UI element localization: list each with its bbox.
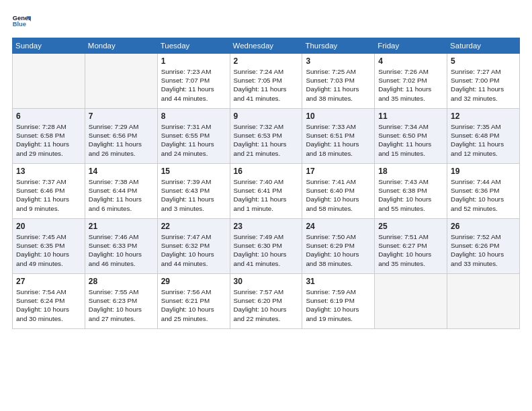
day-number: 30 <box>234 277 299 286</box>
day-info: Sunrise: 7:29 AMSunset: 6:56 PMDaylight:… <box>89 122 154 158</box>
day-number: 25 <box>378 222 443 231</box>
header-saturday: Saturday <box>447 38 520 54</box>
day-info: Sunrise: 7:26 AMSunset: 7:02 PMDaylight:… <box>378 67 443 103</box>
day-info: Sunrise: 7:35 AMSunset: 6:48 PMDaylight:… <box>451 122 516 158</box>
day-number: 9 <box>234 111 299 121</box>
week-row-5: 27Sunrise: 7:54 AMSunset: 6:24 PMDayligh… <box>13 274 520 329</box>
day-number: 10 <box>306 111 371 121</box>
day-info: Sunrise: 7:31 AMSunset: 6:55 PMDaylight:… <box>161 122 226 158</box>
header: General Blue <box>12 12 520 31</box>
calendar-cell: 23Sunrise: 7:49 AMSunset: 6:30 PMDayligh… <box>230 219 302 274</box>
week-row-4: 20Sunrise: 7:45 AMSunset: 6:35 PMDayligh… <box>13 219 520 274</box>
calendar-cell: 8Sunrise: 7:31 AMSunset: 6:55 PMDaylight… <box>157 109 230 164</box>
day-info: Sunrise: 7:33 AMSunset: 6:51 PMDaylight:… <box>306 122 371 158</box>
calendar-cell: 27Sunrise: 7:54 AMSunset: 6:24 PMDayligh… <box>13 274 85 329</box>
day-number: 26 <box>451 222 516 231</box>
day-number: 27 <box>16 277 81 286</box>
calendar-cell: 25Sunrise: 7:51 AMSunset: 6:27 PMDayligh… <box>375 219 447 274</box>
day-info: Sunrise: 7:41 AMSunset: 6:40 PMDaylight:… <box>306 177 371 213</box>
logo-icon: General Blue <box>12 12 31 31</box>
day-number: 7 <box>89 111 154 121</box>
calendar-cell: 19Sunrise: 7:44 AMSunset: 6:36 PMDayligh… <box>447 164 520 219</box>
calendar-cell: 3Sunrise: 7:25 AMSunset: 7:03 PMDaylight… <box>302 54 375 109</box>
day-number: 11 <box>378 111 443 121</box>
day-info: Sunrise: 7:39 AMSunset: 6:43 PMDaylight:… <box>161 177 226 213</box>
calendar-cell: 14Sunrise: 7:38 AMSunset: 6:44 PMDayligh… <box>85 164 157 219</box>
day-number: 24 <box>306 222 371 231</box>
day-number: 1 <box>161 56 226 66</box>
day-info: Sunrise: 7:55 AMSunset: 6:23 PMDaylight:… <box>89 287 154 323</box>
day-info: Sunrise: 7:24 AMSunset: 7:05 PMDaylight:… <box>234 67 299 103</box>
calendar-cell: 16Sunrise: 7:40 AMSunset: 6:41 PMDayligh… <box>230 164 302 219</box>
calendar-cell: 30Sunrise: 7:57 AMSunset: 6:20 PMDayligh… <box>230 274 302 329</box>
header-monday: Monday <box>85 38 157 54</box>
calendar-cell: 13Sunrise: 7:37 AMSunset: 6:46 PMDayligh… <box>13 164 85 219</box>
day-number: 4 <box>378 56 443 66</box>
day-info: Sunrise: 7:37 AMSunset: 6:46 PMDaylight:… <box>16 177 81 213</box>
day-number: 19 <box>451 167 516 176</box>
day-number: 2 <box>234 56 299 66</box>
day-info: Sunrise: 7:32 AMSunset: 6:53 PMDaylight:… <box>234 122 299 158</box>
week-row-2: 6Sunrise: 7:28 AMSunset: 6:58 PMDaylight… <box>13 109 520 164</box>
calendar-cell: 20Sunrise: 7:45 AMSunset: 6:35 PMDayligh… <box>13 219 85 274</box>
header-wednesday: Wednesday <box>230 38 302 54</box>
week-row-1: 1Sunrise: 7:23 AMSunset: 7:07 PMDaylight… <box>13 54 520 109</box>
day-number: 28 <box>89 277 154 286</box>
day-info: Sunrise: 7:40 AMSunset: 6:41 PMDaylight:… <box>234 177 299 213</box>
calendar-cell: 26Sunrise: 7:52 AMSunset: 6:26 PMDayligh… <box>447 219 520 274</box>
day-info: Sunrise: 7:57 AMSunset: 6:20 PMDaylight:… <box>234 287 299 323</box>
day-number: 14 <box>89 167 154 176</box>
calendar-cell: 10Sunrise: 7:33 AMSunset: 6:51 PMDayligh… <box>302 109 375 164</box>
calendar-cell: 5Sunrise: 7:27 AMSunset: 7:00 PMDaylight… <box>447 54 520 109</box>
calendar-cell: 12Sunrise: 7:35 AMSunset: 6:48 PMDayligh… <box>447 109 520 164</box>
day-number: 8 <box>161 111 226 121</box>
calendar-cell: 29Sunrise: 7:56 AMSunset: 6:21 PMDayligh… <box>157 274 230 329</box>
calendar-cell: 7Sunrise: 7:29 AMSunset: 6:56 PMDaylight… <box>85 109 157 164</box>
calendar-cell: 21Sunrise: 7:46 AMSunset: 6:33 PMDayligh… <box>85 219 157 274</box>
day-number: 21 <box>89 222 154 231</box>
calendar: SundayMondayTuesdayWednesdayThursdayFrid… <box>12 38 520 329</box>
calendar-cell: 24Sunrise: 7:50 AMSunset: 6:29 PMDayligh… <box>302 219 375 274</box>
calendar-cell <box>447 274 520 329</box>
calendar-cell <box>85 54 157 109</box>
calendar-cell: 31Sunrise: 7:59 AMSunset: 6:19 PMDayligh… <box>302 274 375 329</box>
day-number: 20 <box>16 222 81 231</box>
header-tuesday: Tuesday <box>157 38 230 54</box>
day-info: Sunrise: 7:50 AMSunset: 6:29 PMDaylight:… <box>306 232 371 268</box>
day-info: Sunrise: 7:52 AMSunset: 6:26 PMDaylight:… <box>451 232 516 268</box>
day-info: Sunrise: 7:59 AMSunset: 6:19 PMDaylight:… <box>306 287 371 323</box>
day-number: 5 <box>451 56 516 66</box>
day-number: 23 <box>234 222 299 231</box>
calendar-cell: 11Sunrise: 7:34 AMSunset: 6:50 PMDayligh… <box>375 109 447 164</box>
day-number: 3 <box>306 56 371 66</box>
day-number: 13 <box>16 167 81 176</box>
header-sunday: Sunday <box>13 38 85 54</box>
calendar-cell: 2Sunrise: 7:24 AMSunset: 7:05 PMDaylight… <box>230 54 302 109</box>
day-info: Sunrise: 7:23 AMSunset: 7:07 PMDaylight:… <box>161 67 226 103</box>
calendar-cell: 18Sunrise: 7:43 AMSunset: 6:38 PMDayligh… <box>375 164 447 219</box>
day-info: Sunrise: 7:25 AMSunset: 7:03 PMDaylight:… <box>306 67 371 103</box>
logo: General Blue <box>12 12 34 31</box>
day-info: Sunrise: 7:46 AMSunset: 6:33 PMDaylight:… <box>89 232 154 268</box>
day-info: Sunrise: 7:54 AMSunset: 6:24 PMDaylight:… <box>16 287 81 323</box>
week-row-3: 13Sunrise: 7:37 AMSunset: 6:46 PMDayligh… <box>13 164 520 219</box>
day-info: Sunrise: 7:43 AMSunset: 6:38 PMDaylight:… <box>378 177 443 213</box>
calendar-cell <box>375 274 447 329</box>
day-info: Sunrise: 7:45 AMSunset: 6:35 PMDaylight:… <box>16 232 81 268</box>
day-info: Sunrise: 7:49 AMSunset: 6:30 PMDaylight:… <box>234 232 299 268</box>
day-number: 12 <box>451 111 516 121</box>
day-info: Sunrise: 7:51 AMSunset: 6:27 PMDaylight:… <box>378 232 443 268</box>
calendar-cell: 15Sunrise: 7:39 AMSunset: 6:43 PMDayligh… <box>157 164 230 219</box>
calendar-cell: 1Sunrise: 7:23 AMSunset: 7:07 PMDaylight… <box>157 54 230 109</box>
day-number: 16 <box>234 167 299 176</box>
day-number: 29 <box>161 277 226 286</box>
day-info: Sunrise: 7:56 AMSunset: 6:21 PMDaylight:… <box>161 287 226 323</box>
day-number: 22 <box>161 222 226 231</box>
calendar-cell: 6Sunrise: 7:28 AMSunset: 6:58 PMDaylight… <box>13 109 85 164</box>
day-number: 15 <box>161 167 226 176</box>
day-info: Sunrise: 7:27 AMSunset: 7:00 PMDaylight:… <box>451 67 516 103</box>
day-info: Sunrise: 7:38 AMSunset: 6:44 PMDaylight:… <box>89 177 154 213</box>
calendar-header-row: SundayMondayTuesdayWednesdayThursdayFrid… <box>13 38 520 54</box>
day-number: 6 <box>16 111 81 121</box>
day-number: 17 <box>306 167 371 176</box>
